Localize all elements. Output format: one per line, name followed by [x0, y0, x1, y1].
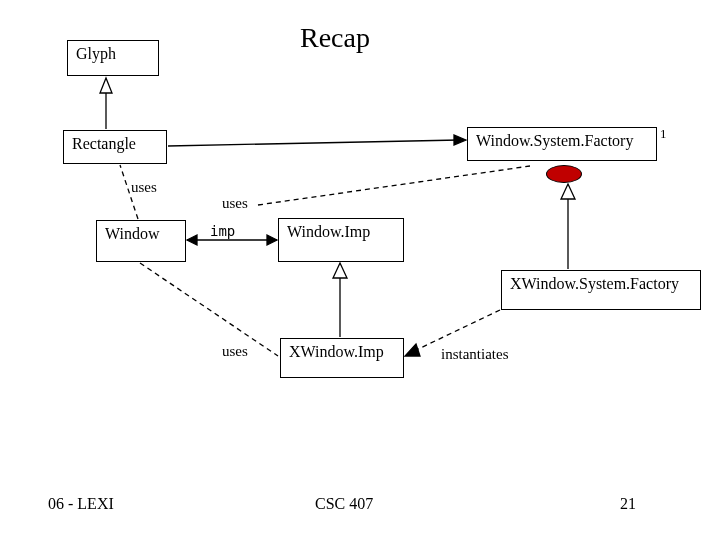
footer-left: 06 - LEXI — [48, 495, 114, 513]
label-instantiates: instantiates — [441, 346, 509, 363]
footer-center: CSC 407 — [315, 495, 373, 513]
factory-marker-icon — [546, 165, 582, 183]
label-one: 1 — [660, 126, 667, 142]
label-imp: imp — [210, 223, 235, 239]
page-title: Recap — [300, 22, 370, 54]
box-ws-factory: Window.System.Factory — [467, 127, 657, 161]
svg-line-2 — [168, 140, 459, 146]
box-glyph: Glyph — [67, 40, 159, 76]
label-uses-3: uses — [222, 343, 248, 360]
box-window: Window — [96, 220, 186, 262]
box-window-imp: Window.Imp — [278, 218, 404, 262]
label-uses-1: uses — [131, 179, 157, 196]
footer-right: 21 — [620, 495, 636, 513]
label-uses-2: uses — [222, 195, 248, 212]
box-xws-factory: XWindow.System.Factory — [501, 270, 701, 310]
svg-line-7 — [140, 263, 278, 356]
box-xwindow-imp: XWindow.Imp — [280, 338, 404, 378]
slide: { "title": "Recap", "boxes": { "glyph": … — [0, 0, 720, 540]
box-rectangle: Rectangle — [63, 130, 167, 164]
svg-line-3 — [258, 166, 530, 205]
